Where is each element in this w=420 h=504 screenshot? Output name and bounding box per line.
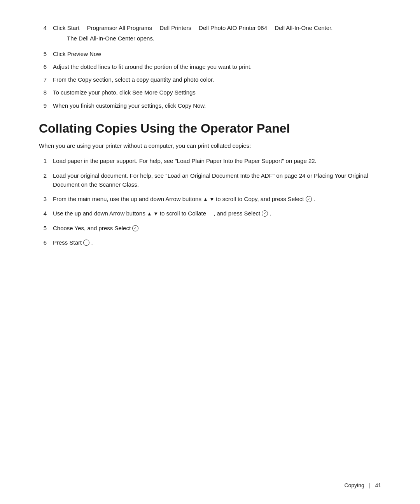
item-number: 9: [39, 101, 47, 110]
list-item: 8 To customize your photo, click See Mor…: [39, 88, 381, 97]
arrow-up-icon: ▲ ▼: [147, 211, 160, 217]
intro-list: 4 Click Start Programsor All Programs De…: [39, 23, 381, 110]
arrow-up-icon: ▲ ▼: [203, 196, 216, 202]
item-text: When you finish customizing your setting…: [53, 102, 206, 109]
item-text-part3: .: [91, 239, 93, 246]
item-number: 7: [39, 75, 47, 84]
page: 4 Click Start Programsor All Programs De…: [0, 0, 420, 504]
item-number: 2: [39, 171, 47, 189]
item-number: 1: [39, 156, 47, 165]
item-content: Load paper in the paper support. For hel…: [53, 156, 381, 165]
list-item: 7 From the Copy section, select a copy q…: [39, 75, 381, 84]
item-text: Click Preview Now: [53, 51, 101, 57]
item-number: 5: [39, 49, 47, 58]
list-item: 9 When you finish customizing your setti…: [39, 101, 381, 110]
list-item: 4 Use the up and down Arrow buttons ▲ ▼ …: [39, 209, 381, 218]
item-content: Click Preview Now: [53, 49, 381, 58]
list-item: 4 Click Start Programsor All Programs De…: [39, 23, 381, 46]
item-content: Click Start Programsor All Programs Dell…: [53, 23, 381, 46]
list-item: 1 Load paper in the paper support. For h…: [39, 156, 381, 165]
item-text: From the Copy section, select a copy qua…: [53, 76, 214, 83]
item-content: Choose Yes, and press Select: [53, 224, 381, 233]
item-text-part1: From the main menu, use the up and down …: [53, 196, 201, 202]
item-number: 3: [39, 194, 47, 203]
item-text-part1: Choose Yes, and press Select: [53, 225, 131, 231]
item-text: Click Start Programsor All Programs Dell…: [53, 24, 332, 31]
select-icon: [132, 225, 138, 231]
list-item: 6 Adjust the dotted lines to fit around …: [39, 62, 381, 71]
item-subtext: The Dell All-In-One Center opens.: [67, 34, 381, 43]
item-content: Press Start .: [53, 238, 381, 247]
item-text-part3: .: [313, 196, 315, 202]
select-icon: [262, 210, 268, 217]
item-content: When you finish customizing your setting…: [53, 101, 381, 110]
item-number: 4: [39, 23, 47, 46]
item-content: From the Copy section, select a copy qua…: [53, 75, 381, 84]
list-item: 6 Press Start .: [39, 238, 381, 247]
item-text-part1: Use the up and down Arrow buttons: [53, 210, 145, 217]
list-item: 5 Click Preview Now: [39, 49, 381, 58]
section-list: 1 Load paper in the paper support. For h…: [39, 156, 381, 247]
section-intro: When you are using your printer without …: [39, 141, 381, 150]
item-text-part2: to scroll to Copy, and press Select: [216, 196, 304, 202]
item-text-part3: .: [270, 210, 271, 217]
item-content: To customize your photo, click See More …: [53, 88, 381, 97]
item-text-part1: Press Start: [53, 239, 82, 246]
item-number: 5: [39, 224, 47, 233]
item-text-part2: to scroll to Collate , and press Select: [160, 210, 260, 217]
item-text: Adjust the dotted lines to fit around th…: [53, 63, 252, 70]
item-number: 4: [39, 209, 47, 218]
item-number: 6: [39, 238, 47, 247]
item-number: 6: [39, 62, 47, 71]
item-text: Load paper in the paper support. For hel…: [53, 158, 317, 164]
item-text: To customize your photo, click See More …: [53, 89, 196, 96]
select-icon: [306, 196, 312, 202]
item-content: From the main menu, use the up and down …: [53, 194, 381, 203]
footer-label: Copying: [344, 482, 364, 488]
footer: Copying | 41: [344, 482, 381, 488]
section-heading: Collating Copies Using the Operator Pane…: [39, 121, 381, 136]
footer-page-number: 41: [375, 482, 381, 488]
item-number: 8: [39, 88, 47, 97]
footer-divider: |: [369, 482, 371, 488]
item-content: Adjust the dotted lines to fit around th…: [53, 62, 381, 71]
list-item: 2 Load your original document. For help,…: [39, 171, 381, 189]
item-content: Load your original document. For help, s…: [53, 171, 381, 189]
list-item: 5 Choose Yes, and press Select: [39, 224, 381, 233]
start-icon: [83, 240, 89, 246]
item-text: Load your original document. For help, s…: [53, 172, 368, 188]
item-content: Use the up and down Arrow buttons ▲ ▼ to…: [53, 209, 381, 218]
list-item: 3 From the main menu, use the up and dow…: [39, 194, 381, 203]
